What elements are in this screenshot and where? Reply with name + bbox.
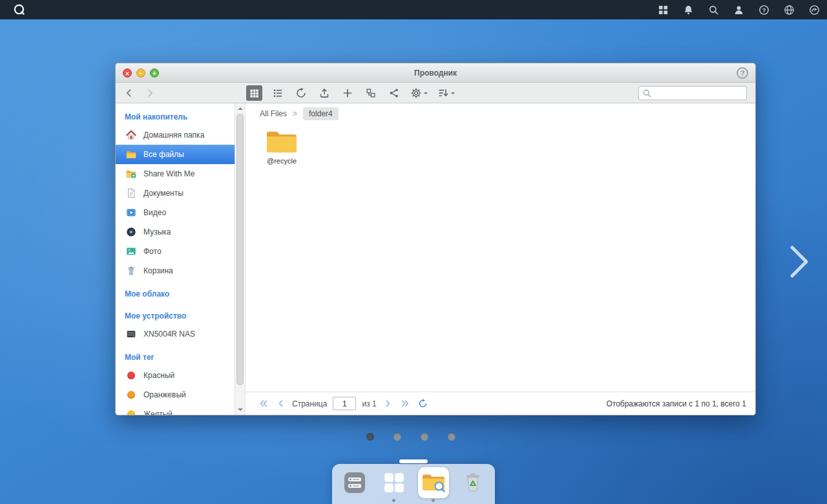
upload-button[interactable]: [316, 85, 332, 101]
dock: [332, 464, 495, 504]
prev-page-button[interactable]: [275, 398, 286, 410]
close-button[interactable]: [123, 68, 132, 78]
sort-button[interactable]: [436, 85, 456, 101]
maximize-button[interactable]: [150, 68, 159, 78]
sidebar-item-label: Share With Me: [143, 169, 194, 178]
breadcrumb-current[interactable]: folder4: [303, 107, 339, 120]
list-view-button[interactable]: [269, 85, 286, 101]
page-dot-1[interactable]: [366, 433, 374, 441]
sidebar-item-tag-yellow[interactable]: Желтый: [116, 404, 235, 415]
resource-monitor-icon[interactable]: [808, 3, 821, 16]
grid-view-button[interactable]: [246, 85, 262, 101]
last-page-button[interactable]: [400, 398, 412, 410]
page-count-label: из 1: [362, 399, 376, 408]
sidebar-item-trash[interactable]: Корзина: [116, 261, 235, 280]
sidebar-item-nas[interactable]: XN5004R NAS: [116, 324, 235, 344]
grid-view-icon: [249, 88, 260, 99]
video-icon: [125, 206, 138, 219]
trash-icon: [125, 264, 138, 277]
app-center-icon: [381, 470, 407, 496]
minimize-button[interactable]: [136, 68, 145, 78]
scroll-down-arrow-icon[interactable]: [235, 405, 245, 414]
window-titlebar[interactable]: Проводник: [116, 63, 755, 83]
sidebar-item-share-with-me[interactable]: Share With Me: [116, 164, 235, 184]
sidebar-item-label: Домашняя папка: [143, 131, 204, 140]
refresh-button[interactable]: [293, 85, 309, 101]
settings-button[interactable]: [409, 85, 429, 101]
breadcrumb-root[interactable]: All Files: [260, 109, 287, 118]
sidebar-scrollbar[interactable]: [235, 103, 245, 415]
sidebar-item-music[interactable]: Музыка: [116, 222, 235, 242]
file-name: @recycle: [267, 157, 297, 165]
sidebar-item-label: Фото: [143, 247, 162, 256]
page-label: Страница: [292, 399, 327, 408]
topbar-icons: ?: [656, 3, 821, 16]
plus-icon: [342, 87, 353, 99]
sidebar-section-my-cloud: Мое облако: [116, 280, 235, 302]
nas-icon: [125, 328, 138, 341]
window-help-button[interactable]: [737, 67, 748, 79]
chevron-right-icon: [788, 244, 811, 279]
sidebar-item-all-files[interactable]: Все файлы: [116, 145, 235, 164]
copy-move-button[interactable]: [362, 85, 379, 101]
next-desktop-page-arrow[interactable]: [788, 244, 811, 282]
chevron-down-icon: [424, 92, 428, 96]
desktop-page-dots: [366, 433, 455, 441]
running-indicator: [392, 499, 395, 502]
refresh-list-button[interactable]: [417, 398, 429, 410]
forward-button[interactable]: [143, 86, 157, 100]
page-dot-2[interactable]: [393, 433, 401, 441]
sidebar-item-tag-orange[interactable]: Оранжевый: [116, 385, 235, 404]
page-dot-3[interactable]: [421, 433, 428, 441]
back-button[interactable]: [122, 86, 136, 100]
page-input[interactable]: [333, 397, 356, 410]
sidebar-item-photo[interactable]: Фото: [116, 242, 235, 261]
page-dot-4[interactable]: [448, 433, 455, 441]
dock-item-control-panel[interactable]: [339, 468, 371, 502]
svg-text:?: ?: [762, 6, 765, 13]
tag-red-icon: [125, 369, 138, 382]
refresh-icon: [295, 87, 307, 99]
pagination-bar: Страница из 1: [246, 392, 755, 415]
first-page-button[interactable]: [257, 398, 269, 410]
create-button[interactable]: [339, 85, 355, 101]
share-button[interactable]: [386, 85, 402, 101]
dock-handle[interactable]: [399, 459, 428, 463]
search-icon[interactable]: [707, 3, 720, 16]
help-icon[interactable]: ?: [757, 3, 770, 16]
toolbar-search: [638, 86, 747, 100]
history-nav: [122, 86, 157, 100]
notification-bell-icon[interactable]: [682, 3, 695, 16]
file-item[interactable]: @recycle: [254, 128, 309, 165]
list-view-icon: [272, 87, 284, 99]
next-page-button[interactable]: [382, 398, 394, 410]
dock-item-recycle-bin[interactable]: [457, 468, 489, 502]
content-pane: All Files > folder4 @recycle: [245, 103, 755, 415]
sidebar-item-video[interactable]: Видео: [116, 203, 235, 222]
sidebar-item-tag-red[interactable]: Красный: [116, 366, 235, 385]
sidebar-section-my-tag: Мой тег: [116, 344, 235, 366]
sidebar-item-home-folder[interactable]: Домашняя папка: [116, 125, 235, 145]
system-logo[interactable]: [13, 3, 26, 16]
sidebar: Мой накопитель Домашняя папка: [116, 103, 245, 415]
system-topbar: ?: [0, 0, 827, 19]
sidebar-item-label: Красный: [143, 371, 174, 380]
sidebar-item-documents[interactable]: Документы: [116, 184, 235, 203]
apps-grid-icon[interactable]: [656, 3, 669, 16]
language-globe-icon[interactable]: [782, 3, 795, 16]
sidebar-section-my-device: Мое устройство: [116, 302, 235, 324]
toolbar-buttons: [246, 85, 456, 101]
window-body: Мой накопитель Домашняя папка: [116, 103, 755, 415]
sidebar-item-label: Желтый: [143, 410, 173, 415]
recycle-bin-icon: [460, 470, 486, 496]
dock-item-file-explorer[interactable]: [417, 468, 450, 502]
search-input[interactable]: [652, 87, 746, 100]
scroll-up-arrow-icon[interactable]: [235, 104, 245, 113]
dock-item-app-center[interactable]: [378, 468, 410, 502]
sidebar-section-my-storage: Мой накопитель: [116, 103, 235, 125]
search-icon: [642, 89, 652, 98]
share-folder-icon: [125, 167, 138, 180]
scrollbar-thumb[interactable]: [236, 114, 244, 385]
window-controls: [123, 68, 159, 78]
user-icon[interactable]: [732, 3, 745, 16]
